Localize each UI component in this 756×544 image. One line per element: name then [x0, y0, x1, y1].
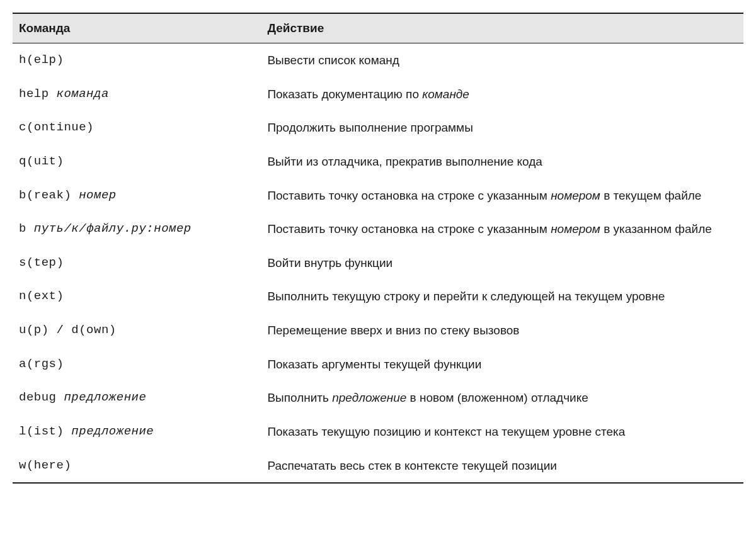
text-italic-fragment: команде	[422, 88, 469, 101]
cell-command: n(ext)	[13, 280, 261, 314]
cell-action: Выполнить предложение в новом (вложенном…	[261, 381, 743, 415]
text-fragment: help	[19, 87, 57, 101]
text-fragment: Войти внутрь функции	[267, 256, 392, 269]
cell-command: debug предложение	[13, 381, 261, 415]
table-row: u(p) / d(own)Перемещение вверх и вниз по…	[13, 314, 743, 348]
cell-command: a(rgs)	[13, 348, 261, 382]
cell-command: l(ist) предложение	[13, 415, 261, 449]
header-command: Команда	[13, 13, 261, 43]
cell-action: Перемещение вверх и вниз по стеку вызово…	[261, 314, 743, 348]
text-fragment: Вывести список команд	[267, 54, 399, 67]
text-fragment: h(elp)	[19, 53, 64, 67]
text-fragment: в новом (вложенном) отладчике	[406, 391, 588, 404]
cell-command: c(ontinue)	[13, 111, 261, 145]
cell-action: Поставить точку остановка на строке с ук…	[261, 179, 743, 213]
text-fragment: c(ontinue)	[19, 120, 94, 134]
text-italic-fragment: предложение	[64, 390, 146, 404]
table-row: s(tep)Войти внутрь функции	[13, 246, 743, 280]
text-fragment: Продолжить выполнение программы	[267, 121, 472, 134]
text-fragment: a(rgs)	[19, 357, 64, 371]
text-fragment: u(p) / d(own)	[19, 323, 117, 337]
text-italic-fragment: предложение	[71, 424, 154, 438]
cell-action: Показать документацию по команде	[261, 77, 743, 111]
text-fragment: Распечатать весь стек в контексте текуще…	[267, 459, 557, 472]
cell-command: q(uit)	[13, 145, 261, 179]
table-row: n(ext)Выполнить текущую строку и перейти…	[13, 280, 743, 314]
table-row: q(uit)Выйти из отладчика, прекратив выпо…	[13, 145, 743, 179]
text-fragment: b	[19, 222, 34, 235]
text-fragment: в указанном файле	[600, 222, 712, 235]
cell-command: b(reak) номер	[13, 179, 261, 213]
text-italic-fragment: номер	[79, 188, 117, 202]
text-fragment: n(ext)	[19, 289, 64, 303]
cell-command: s(tep)	[13, 246, 261, 280]
text-italic-fragment: номером	[551, 189, 600, 202]
text-fragment: Поставить точку остановка на строке с ук…	[267, 222, 551, 235]
text-italic-fragment: предложение	[332, 391, 406, 404]
table-row: w(here)Распечатать весь стек в контексте…	[13, 449, 743, 484]
table-row: b путь/к/файлу.py:номерПоставить точку о…	[13, 212, 743, 246]
cell-command: u(p) / d(own)	[13, 314, 261, 348]
cell-action: Распечатать весь стек в контексте текуще…	[261, 449, 743, 484]
table-row: b(reak) номерПоставить точку остановка н…	[13, 179, 743, 213]
table-row: h(elp)Вывести список команд	[13, 43, 743, 77]
cell-action: Продолжить выполнение программы	[261, 111, 743, 145]
text-italic-fragment: номером	[551, 222, 600, 235]
text-fragment: Показать документацию по	[267, 88, 422, 101]
table-body: h(elp)Вывести список командhelp командаП…	[13, 43, 743, 484]
cell-action: Поставить точку остановка на строке с ук…	[261, 212, 743, 246]
cell-action: Выйти из отладчика, прекратив выполнение…	[261, 145, 743, 179]
text-fragment: debug	[19, 390, 64, 404]
text-fragment: s(tep)	[19, 256, 64, 269]
text-italic-fragment: путь/к/файлу.py:номер	[34, 222, 192, 235]
text-fragment: Поставить точку остановка на строке с ук…	[267, 189, 551, 202]
text-fragment: w(here)	[19, 458, 71, 472]
text-fragment: в текущем файле	[600, 189, 702, 202]
cell-command: w(here)	[13, 449, 261, 484]
table-row: c(ontinue)Продолжить выполнение программ…	[13, 111, 743, 145]
text-fragment: l(ist)	[19, 424, 71, 438]
cell-action: Показать текущую позицию и контекст на т…	[261, 415, 743, 449]
table-row: l(ist) предложениеПоказать текущую позиц…	[13, 415, 743, 449]
text-italic-fragment: команда	[57, 87, 109, 101]
cell-action: Вывести список команд	[261, 43, 743, 77]
cell-action: Войти внутрь функции	[261, 246, 743, 280]
table-header-row: Команда Действие	[13, 13, 743, 43]
commands-table: Команда Действие h(elp)Вывести список ко…	[13, 13, 743, 484]
cell-command: h(elp)	[13, 43, 261, 77]
text-fragment: Выполнить	[267, 391, 332, 404]
text-fragment: q(uit)	[19, 154, 64, 168]
text-fragment: Показать аргументы текущей функции	[267, 358, 481, 371]
text-fragment: Выйти из отладчика, прекратив выполнение…	[267, 155, 542, 168]
cell-action: Выполнить текущую строку и перейти к сле…	[261, 280, 743, 314]
header-action: Действие	[261, 13, 743, 43]
text-fragment: Перемещение вверх и вниз по стеку вызово…	[267, 324, 519, 337]
text-fragment: Выполнить текущую строку и перейти к сле…	[267, 290, 665, 303]
cell-command: help команда	[13, 77, 261, 111]
text-fragment: b(reak)	[19, 188, 79, 202]
cell-command: b путь/к/файлу.py:номер	[13, 212, 261, 246]
table-row: debug предложениеВыполнить предложение в…	[13, 381, 743, 415]
cell-action: Показать аргументы текущей функции	[261, 348, 743, 382]
table-row: a(rgs)Показать аргументы текущей функции	[13, 348, 743, 382]
text-fragment: Показать текущую позицию и контекст на т…	[267, 425, 625, 438]
table-row: help командаПоказать документацию по ком…	[13, 77, 743, 111]
